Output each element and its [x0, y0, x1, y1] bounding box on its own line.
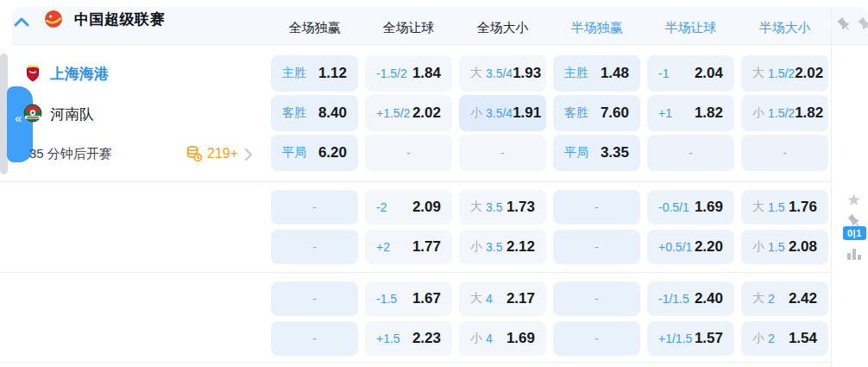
- market-column-header[interactable]: 半场让球: [644, 20, 738, 36]
- odds-cell[interactable]: -12.04: [647, 55, 734, 92]
- favorite-match-star-icon[interactable]: ★: [846, 193, 861, 208]
- over-under-line: 2: [768, 332, 775, 345]
- market-column-header[interactable]: 全场让球: [362, 20, 456, 36]
- odds-empty-cell: -: [553, 321, 640, 356]
- odds-selection-label: 主胜: [282, 66, 306, 81]
- odds-cell[interactable]: +0.5/12.20: [647, 230, 734, 264]
- odds-empty-cell: -: [459, 135, 546, 171]
- odds-cell[interactable]: 大3.5/41.93: [459, 55, 546, 92]
- chevron-right-icon[interactable]: [244, 148, 253, 165]
- odds-cell[interactable]: 小21.54: [741, 321, 828, 356]
- odds-value: 2.42: [789, 290, 817, 307]
- odds-empty-cell: -: [271, 282, 358, 316]
- odds-value: 2.02: [412, 104, 441, 122]
- odds-cell[interactable]: 客胜7.60: [553, 95, 640, 131]
- odds-empty-cell: -: [553, 230, 640, 264]
- odds-cell[interactable]: 小3.52.12: [459, 230, 546, 264]
- odds-empty-cell: -: [553, 190, 640, 225]
- section-divider: [0, 181, 831, 182]
- odds-cell[interactable]: -1/1.52.40: [647, 282, 734, 316]
- selection-label: 平局: [282, 145, 306, 161]
- selection-label: -2: [376, 200, 387, 214]
- odds-empty-cell: -: [553, 282, 640, 316]
- odds-empty-cell: -: [365, 135, 452, 171]
- odds-cell[interactable]: +1/1.51.57: [647, 321, 734, 356]
- kickoff-countdown: 35 分钟后开赛: [29, 146, 112, 162]
- home-team-name[interactable]: 上海海港: [50, 64, 109, 84]
- over-under-side: 小: [752, 239, 764, 255]
- odds-cell[interactable]: 小1.52.08: [741, 230, 828, 264]
- selection-label: 主胜: [282, 66, 306, 81]
- odds-cell[interactable]: 平局3.35: [553, 135, 640, 171]
- bar-chart-icon[interactable]: [847, 249, 863, 260]
- odds-selection-label: 平局: [282, 145, 306, 161]
- odds-value: 1.67: [412, 290, 441, 307]
- selection-label: -1.5/2: [376, 66, 407, 80]
- odds-cell[interactable]: +1.52.23: [365, 321, 452, 356]
- odds-cell[interactable]: 大22.42: [741, 282, 828, 316]
- collapse-league-button[interactable]: [14, 15, 29, 25]
- odds-selection-label: +1.5/2: [376, 106, 410, 120]
- over-under-side: 大: [470, 199, 482, 215]
- odds-cell[interactable]: 大3.51.73: [459, 190, 546, 225]
- odds-selection-label: 客胜: [282, 105, 306, 121]
- odds-cell[interactable]: 平局6.20: [271, 135, 358, 171]
- odds-cell[interactable]: 主胜1.12: [271, 55, 358, 92]
- odds-value: 2.02: [795, 65, 823, 82]
- odds-value: 2.40: [695, 290, 723, 307]
- score-badge: 0|1: [843, 226, 866, 240]
- odds-value: 1.93: [513, 65, 541, 82]
- away-team-name[interactable]: 河南队: [50, 104, 94, 124]
- odds-cell[interactable]: +21.77: [365, 230, 452, 264]
- extra-markets-count[interactable]: 219+: [207, 146, 238, 161]
- home-team-logo: [22, 62, 43, 83]
- odds-value: 1.57: [695, 330, 723, 347]
- odds-cell[interactable]: -0.5/11.69: [647, 190, 734, 225]
- odds-selection-label: 平局: [564, 145, 588, 161]
- odds-value: 1.82: [795, 104, 823, 122]
- market-column-header[interactable]: 全场大小: [456, 20, 550, 36]
- odds-cell[interactable]: 小41.69: [459, 321, 546, 356]
- odds-cell[interactable]: +1.5/22.02: [365, 95, 452, 131]
- odds-selection-label: 大3.5/4: [470, 66, 513, 81]
- selection-label: +0.5/1: [658, 240, 692, 254]
- odds-selection-label: 大1.5/2: [752, 66, 795, 81]
- odds-selection-label: 小3.5: [470, 239, 502, 255]
- odds-value: 1.12: [318, 65, 347, 82]
- odds-cell[interactable]: +11.82: [647, 95, 734, 131]
- odds-cell[interactable]: -1.5/21.84: [365, 55, 452, 92]
- market-column-header[interactable]: 半场大小: [738, 20, 832, 36]
- over-under-side: 小: [470, 331, 482, 346]
- market-column-header[interactable]: 全场独赢: [267, 20, 362, 36]
- selection-label: +1/1.5: [658, 332, 692, 345]
- odds-selection-label: 客胜: [564, 105, 588, 121]
- over-under-line: 1.5: [768, 200, 784, 214]
- odds-selection-label: 大1.5: [752, 199, 784, 215]
- section-divider: [0, 272, 831, 273]
- over-under-side: 大: [752, 66, 764, 81]
- over-under-side: 大: [752, 199, 764, 215]
- market-column-header[interactable]: 半场独赢: [550, 20, 644, 36]
- odds-cell[interactable]: 客胜8.40: [271, 95, 358, 131]
- odds-cell[interactable]: -1.51.67: [365, 282, 452, 316]
- odds-panel: 中国超级联赛 全场独赢全场让球全场大小半场独赢半场让球半场大小 ★ 0|1 « …: [0, 0, 868, 367]
- odds-cell[interactable]: 主胜1.48: [553, 55, 640, 92]
- odds-value: 1.77: [412, 238, 441, 256]
- odds-selection-label: -1.5: [376, 292, 397, 306]
- odds-cell[interactable]: 小1.5/21.82: [741, 95, 828, 131]
- over-under-line: 1.5/2: [768, 66, 795, 80]
- odds-cell[interactable]: 大42.17: [459, 282, 546, 316]
- odds-cell[interactable]: 小3.5/41.91: [459, 95, 546, 131]
- over-under-side: 大: [470, 291, 482, 307]
- pin-league-icon-2[interactable]: [857, 16, 868, 33]
- over-under-line: 3.5/4: [486, 106, 513, 120]
- odds-selection-label: -0.5/1: [658, 200, 689, 214]
- odds-selection-label: 主胜: [564, 66, 588, 81]
- pin-league-icon[interactable]: [836, 16, 852, 33]
- odds-cell[interactable]: 大1.5/22.02: [741, 55, 828, 92]
- league-title: 中国超级联赛: [74, 9, 165, 29]
- odds-empty-cell: -: [271, 230, 358, 264]
- odds-cell[interactable]: 大1.51.76: [741, 190, 828, 225]
- odds-selection-label: -1/1.5: [658, 292, 689, 306]
- odds-cell[interactable]: -22.09: [365, 190, 452, 225]
